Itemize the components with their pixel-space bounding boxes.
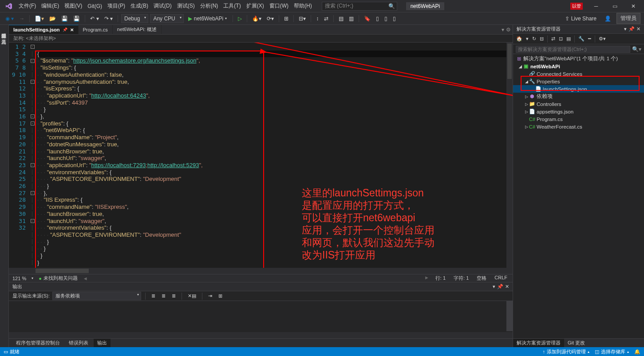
output-btn-2[interactable]: ≣ xyxy=(160,292,167,300)
line-indicator[interactable]: 行: 1 xyxy=(434,275,447,282)
rp-btn-2[interactable]: ▾ xyxy=(525,35,530,43)
tb-misc-4[interactable]: ↕ xyxy=(314,15,320,23)
run-button[interactable]: ▶ net6WebAPi ▾ xyxy=(186,15,230,23)
solution-search-input[interactable] xyxy=(516,46,630,53)
tb-misc-1[interactable]: ⟳▾ xyxy=(265,15,276,23)
fold-toggle[interactable]: - xyxy=(31,45,35,49)
close-tab-icon[interactable]: ✕ xyxy=(70,27,74,32)
issues-status[interactable]: ● 未找到相关问题 xyxy=(39,275,78,282)
menu-test[interactable]: 测试(S) xyxy=(174,0,198,12)
tb-misc-7[interactable]: ▥ xyxy=(347,15,356,23)
rp-btn-4[interactable]: ⊟ xyxy=(538,35,545,43)
tree-weather[interactable]: ▷ C# WeatherForecast.cs xyxy=(513,123,644,130)
tree-dependencies[interactable]: ▷ ⬢ 依赖项 xyxy=(513,93,644,100)
tree-appsettings[interactable]: ▷ 📄 appsettings.json xyxy=(513,108,644,115)
code-editor[interactable]: ✚ 1 2 3 4 5 6 7 8 9 10 11 12 13 14 15 16… xyxy=(9,43,513,268)
output-close-icon[interactable]: ✕ xyxy=(505,284,509,289)
expand-icon[interactable]: ▷ xyxy=(524,125,529,129)
output-scrollbar-v[interactable] xyxy=(506,301,513,331)
menu-file[interactable]: 文件(F) xyxy=(16,0,39,12)
hot-reload-button[interactable]: 🔥▾ xyxy=(250,15,263,23)
expand-icon[interactable]: ▷ xyxy=(524,110,529,114)
eol-indicator[interactable]: CRLF xyxy=(493,275,509,282)
menu-view[interactable]: 视图(V) xyxy=(62,0,85,12)
run-no-debug-button[interactable]: ▷ xyxy=(236,15,244,23)
rp-btn-3[interactable]: ↻ xyxy=(531,35,537,43)
file-tab-overview[interactable]: net6WebAPi: 概述 xyxy=(113,25,162,34)
fold-toggle[interactable]: - xyxy=(31,59,35,63)
output-btn-4[interactable]: ⊞ xyxy=(217,292,224,300)
tb-misc-11[interactable]: ▯ xyxy=(391,15,398,23)
output-pin-icon[interactable]: 📌 xyxy=(497,284,503,289)
file-tab-launchsettings[interactable]: launchSettings.json 📌 ✕ xyxy=(9,25,79,34)
tree-project[interactable]: ◢ ▣ net6WebAPi xyxy=(513,63,644,70)
output-tab-output[interactable]: 输出 xyxy=(94,339,111,347)
tb-misc-5[interactable]: ⇄ xyxy=(322,15,330,23)
rp-sync-button[interactable]: ⇄ xyxy=(550,35,557,43)
menu-analyze[interactable]: 分析(N) xyxy=(198,0,221,12)
output-btn-1[interactable]: ≣ xyxy=(150,292,157,300)
expand-icon[interactable]: ▷ xyxy=(524,102,529,106)
status-bell[interactable]: 🔔 xyxy=(634,349,640,355)
status-repo[interactable]: ◫ 选择存储库 ▴ xyxy=(595,348,629,355)
expand-icon[interactable]: ◢ xyxy=(524,79,529,84)
fold-toggle[interactable]: - xyxy=(31,114,35,118)
rp-btn-7[interactable]: ▤ xyxy=(565,35,572,43)
output-tab-errors[interactable]: 错误列表 xyxy=(65,339,92,347)
rp-btn-8[interactable]: 🔧 xyxy=(577,35,586,43)
tree-solution[interactable]: ⊞ 解决方案"net6WebAPi"(1 个项目/共 1 个) xyxy=(513,55,644,63)
server-explorer-tab[interactable]: 服务器资源管理器 xyxy=(0,27,8,33)
fold-toggle[interactable]: - xyxy=(31,163,35,167)
admin-button[interactable]: 管理员 xyxy=(616,13,640,24)
code-content[interactable]: { · "$schema": "https://json.schemastore… xyxy=(36,43,513,268)
expand-icon[interactable]: ◢ xyxy=(518,64,523,69)
output-scrollbar-h[interactable] xyxy=(9,332,513,338)
output-dropdown-icon[interactable]: ▾ xyxy=(493,284,495,289)
file-tab-program[interactable]: Program.cs xyxy=(79,25,113,34)
menu-tools[interactable]: 工具(T) xyxy=(221,0,243,12)
tabs-dropdown-icon[interactable]: ▾ xyxy=(502,27,504,33)
output-btn-3[interactable]: ≣ xyxy=(170,292,178,300)
rp-tab-git[interactable]: Git 更改 xyxy=(564,339,589,347)
menu-edit[interactable]: 编辑(E) xyxy=(39,0,62,12)
rp-btn-9[interactable]: ━ xyxy=(587,35,593,43)
code-scrollbar-vertical[interactable] xyxy=(506,43,513,268)
toolbox-tab[interactable]: 工具箱 xyxy=(0,33,8,39)
tb-misc-2[interactable]: ⊞ xyxy=(282,15,290,23)
menu-window[interactable]: 窗口(W) xyxy=(267,0,291,12)
live-share-button[interactable]: ⇪ Live Share xyxy=(562,15,599,23)
fold-toggle[interactable]: - xyxy=(31,121,35,125)
minimize-button[interactable]: ─ xyxy=(587,0,605,12)
tabs-settings-icon[interactable]: ⚙ xyxy=(506,27,511,33)
close-button[interactable]: ✕ xyxy=(624,0,642,12)
feedback-button[interactable]: 👤 xyxy=(603,15,613,23)
status-source-control[interactable]: ↑ 添加到源代码管理 ▴ xyxy=(543,348,590,355)
tree-launchsettings[interactable]: 📄 launchSettings.json xyxy=(513,85,644,93)
menu-build[interactable]: 生成(B) xyxy=(128,0,151,12)
tb-misc-6[interactable]: ▤ xyxy=(337,15,345,23)
fold-toggle[interactable]: - xyxy=(31,191,35,195)
maximize-button[interactable]: ▭ xyxy=(606,0,624,12)
tree-connected-services[interactable]: 🔗 Connected Services xyxy=(513,70,644,78)
menu-extensions[interactable]: 扩展(X) xyxy=(244,0,267,12)
col-indicator[interactable]: 字符: 1 xyxy=(452,275,470,282)
zoom-level[interactable]: 121 % xyxy=(12,276,26,281)
output-source-dropdown[interactable]: 服务依赖项 xyxy=(52,292,141,300)
rp-home-button[interactable]: 🏠 xyxy=(515,35,524,43)
rp-settings-button[interactable]: ⚙▾ xyxy=(597,35,607,43)
undo-button[interactable]: ↶ ▾ xyxy=(88,15,100,23)
menu-help[interactable]: 帮助(H) xyxy=(291,0,315,12)
save-button[interactable]: 💾 xyxy=(59,15,70,23)
global-search-input[interactable]: 搜索 (Ctrl+;) 🔍 xyxy=(322,2,397,11)
new-project-button[interactable]: 📄▾ xyxy=(33,15,46,23)
config-dropdown[interactable]: Debug xyxy=(121,14,148,23)
nav-back-button[interactable]: ◉ ▾ xyxy=(4,15,16,23)
redo-button[interactable]: ↷ ▾ xyxy=(103,15,115,23)
pin-icon[interactable]: 📌 xyxy=(63,27,67,32)
tb-misc-8[interactable]: 🔖 xyxy=(362,15,372,23)
menu-debug[interactable]: 调试(D) xyxy=(151,0,174,12)
tree-program[interactable]: C# Program.cs xyxy=(513,115,644,123)
tb-misc-9[interactable]: ▯ xyxy=(374,15,381,23)
platform-dropdown[interactable]: Any CPU xyxy=(150,14,183,23)
open-button[interactable]: 📂 xyxy=(47,15,58,23)
